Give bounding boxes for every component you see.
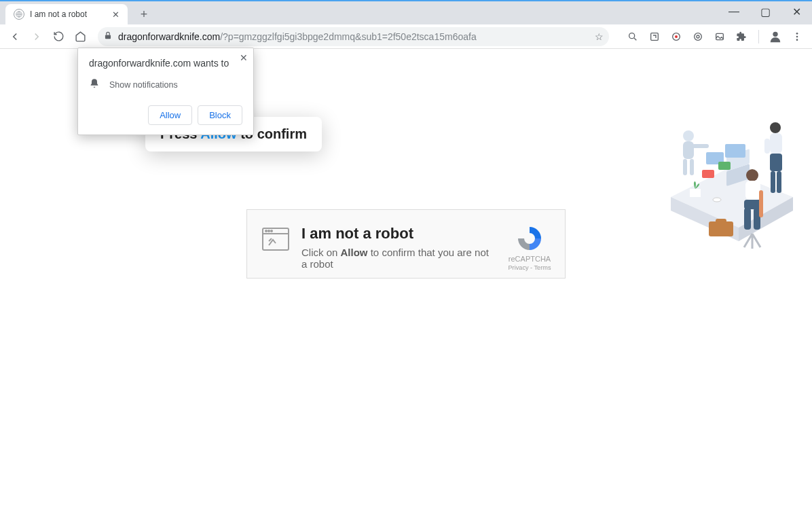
svg-point-5 [675, 35, 678, 38]
svg-rect-36 [759, 190, 763, 217]
svg-point-11 [796, 35, 798, 37]
svg-rect-39 [770, 154, 782, 171]
svg-point-31 [746, 169, 758, 181]
svg-rect-40 [771, 171, 775, 193]
svg-rect-29 [683, 159, 687, 175]
svg-rect-27 [683, 141, 694, 159]
window-close-button[interactable]: ✕ [781, 1, 812, 22]
card-title: I am not a robot [301, 225, 493, 243]
svg-rect-24 [709, 221, 733, 236]
maximize-button[interactable]: ▢ [750, 1, 781, 22]
url-path: /?p=gmzggzlfgi5gi3bpge2dmmq&sub1=2f50e2t… [220, 31, 477, 42]
home-button[interactable] [71, 27, 90, 46]
popup-close-icon[interactable]: ✕ [240, 52, 248, 63]
recaptcha-badge: reCAPTCHA Privacy - Terms [505, 225, 554, 271]
svg-point-6 [695, 33, 702, 40]
svg-rect-38 [770, 133, 782, 154]
url-host: dragonforwardknife.com [118, 31, 220, 42]
window-titlebar: I am not a robot ✕ + — ▢ ✕ [0, 1, 812, 24]
illustration [664, 95, 800, 251]
new-tab-button[interactable]: + [134, 5, 153, 24]
card-instruction: Click on Allow to confirm that you are n… [301, 247, 493, 270]
svg-point-7 [697, 35, 699, 38]
bookmark-star-icon[interactable]: ☆ [595, 31, 604, 42]
svg-rect-43 [702, 170, 714, 178]
svg-point-17 [271, 230, 272, 232]
lock-icon [103, 31, 113, 42]
profile-icon[interactable] [766, 27, 785, 46]
svg-point-37 [770, 122, 781, 133]
svg-point-23 [713, 198, 721, 202]
allow-button[interactable]: Allow [148, 105, 192, 125]
svg-point-16 [268, 230, 270, 232]
page-viewport: ✕ dragonforwardknife.com wants to Show n… [0, 49, 812, 517]
record-icon[interactable] [670, 31, 682, 43]
recaptcha-icon [516, 225, 543, 252]
square-arrow-icon[interactable] [648, 31, 661, 43]
svg-point-12 [796, 39, 798, 41]
reload-button[interactable] [49, 27, 68, 46]
svg-rect-30 [690, 159, 694, 175]
window-icon [262, 228, 289, 271]
browser-toolbar: dragonforwardknife.com/?p=gmzggzlfgi5gi3… [0, 24, 812, 49]
menu-icon[interactable] [788, 27, 807, 46]
show-notifications-label: Show notifications [109, 80, 178, 90]
svg-rect-32 [745, 181, 760, 200]
target-icon[interactable] [692, 31, 704, 43]
globe-icon [14, 9, 24, 20]
forward-button[interactable] [27, 27, 46, 46]
bell-icon [89, 78, 100, 92]
image-icon[interactable] [714, 31, 726, 43]
extension-icons [627, 31, 748, 43]
browser-tab[interactable]: I am not a robot ✕ [5, 4, 128, 24]
notification-permission-popup: ✕ dragonforwardknife.com wants to Show n… [77, 48, 254, 135]
back-button[interactable] [5, 27, 24, 46]
svg-rect-42 [764, 139, 770, 154]
svg-rect-28 [693, 144, 709, 148]
recaptcha-label: reCAPTCHA [505, 255, 554, 263]
captcha-card: I am not a robot Click on Allow to confi… [246, 209, 566, 279]
minimize-button[interactable]: — [718, 1, 750, 22]
close-icon[interactable]: ✕ [110, 10, 121, 20]
zoom-icon[interactable] [627, 31, 639, 43]
svg-point-10 [796, 33, 798, 35]
svg-point-2 [629, 33, 635, 38]
svg-rect-41 [777, 171, 781, 193]
popup-site-label: dragonforwardknife.com wants to [89, 58, 242, 69]
svg-rect-34 [744, 208, 751, 230]
block-button[interactable]: Block [198, 105, 242, 125]
svg-rect-44 [718, 162, 731, 170]
svg-point-9 [773, 31, 777, 36]
svg-rect-1 [105, 35, 111, 39]
privacy-link[interactable]: Privacy [509, 264, 529, 271]
svg-point-15 [265, 230, 267, 232]
tab-title: I am not a robot [30, 10, 110, 19]
svg-rect-3 [651, 33, 659, 40]
address-bar[interactable]: dragonforwardknife.com/?p=gmzggzlfgi5gi3… [98, 27, 609, 46]
terms-link[interactable]: Terms [534, 264, 551, 271]
svg-rect-22 [690, 189, 701, 197]
svg-rect-20 [725, 144, 745, 158]
svg-rect-25 [716, 219, 726, 223]
toolbar-divider [758, 30, 759, 43]
puzzle-icon[interactable] [735, 31, 748, 43]
svg-point-26 [683, 130, 694, 141]
